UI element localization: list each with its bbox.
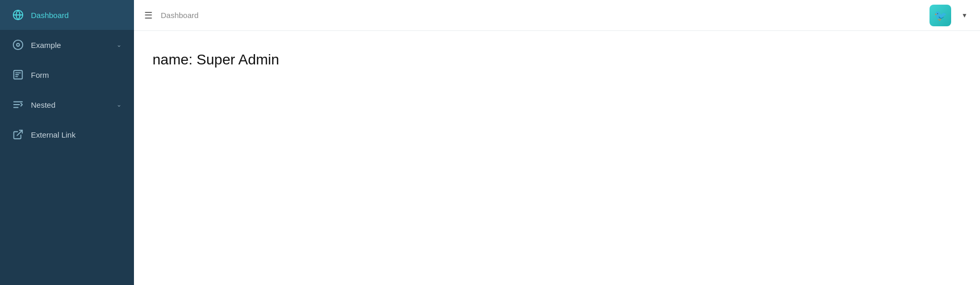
external-link-icon	[12, 129, 24, 140]
svg-point-3	[16, 43, 20, 46]
main-content-area: ☰ Dashboard 🐦 ▼ name: Super Admin	[134, 0, 980, 285]
avatar-emoji: 🐦	[934, 9, 947, 22]
svg-line-11	[17, 130, 22, 136]
dashboard-icon	[12, 9, 24, 21]
svg-point-2	[13, 40, 23, 49]
page-content: name: Super Admin	[134, 31, 980, 285]
sidebar-item-example-label: Example	[31, 41, 109, 49]
header-title: Dashboard	[161, 11, 198, 20]
header: ☰ Dashboard 🐦 ▼	[134, 0, 980, 31]
nested-icon	[12, 99, 24, 110]
sidebar-item-example[interactable]: Example ⌄	[0, 30, 134, 60]
sidebar-item-external-link-label: External Link	[31, 130, 122, 139]
chevron-down-icon-nested: ⌄	[116, 101, 122, 108]
sidebar-item-nested[interactable]: Nested ⌄	[0, 90, 134, 120]
example-icon	[12, 39, 24, 51]
chevron-down-icon: ⌄	[116, 41, 122, 48]
hamburger-menu-icon[interactable]: ☰	[144, 10, 153, 21]
sidebar-item-form[interactable]: Form	[0, 60, 134, 90]
avatar-dropdown-chevron[interactable]: ▼	[959, 10, 970, 21]
sidebar-item-dashboard-label: Dashboard	[31, 11, 122, 20]
avatar-button[interactable]: 🐦	[930, 5, 951, 26]
page-heading: name: Super Admin	[153, 52, 961, 68]
form-icon	[12, 69, 24, 80]
sidebar: Dashboard Example ⌄ Form	[0, 0, 134, 285]
sidebar-item-nested-label: Nested	[31, 100, 109, 109]
sidebar-item-external-link[interactable]: External Link	[0, 120, 134, 149]
sidebar-item-form-label: Form	[31, 71, 122, 79]
sidebar-item-dashboard[interactable]: Dashboard	[0, 0, 134, 30]
